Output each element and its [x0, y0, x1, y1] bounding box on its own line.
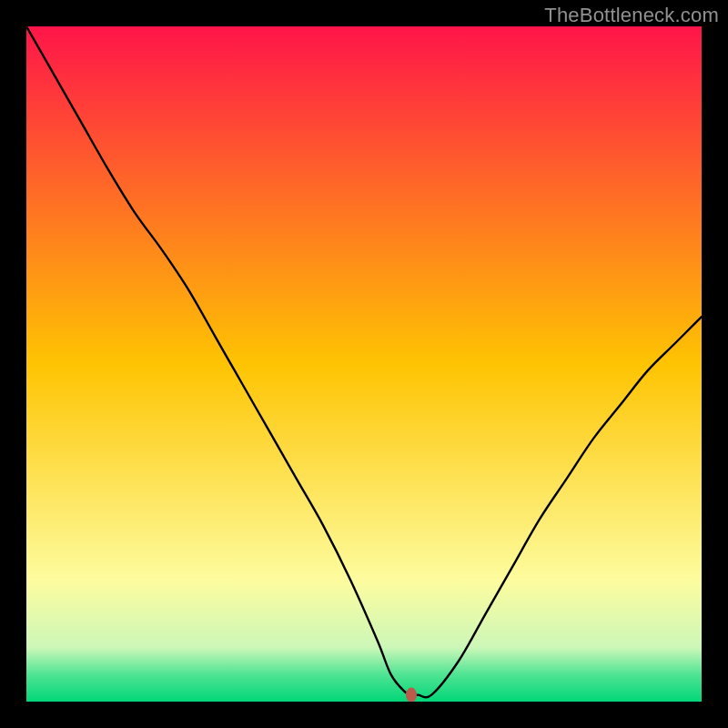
chart-frame: TheBottleneck.com [0, 0, 728, 728]
watermark-label: TheBottleneck.com [544, 4, 719, 27]
chart-svg [26, 26, 702, 702]
gradient-background [26, 26, 702, 702]
optimal-point-marker [406, 688, 417, 702]
chart-plot-area [26, 26, 702, 702]
